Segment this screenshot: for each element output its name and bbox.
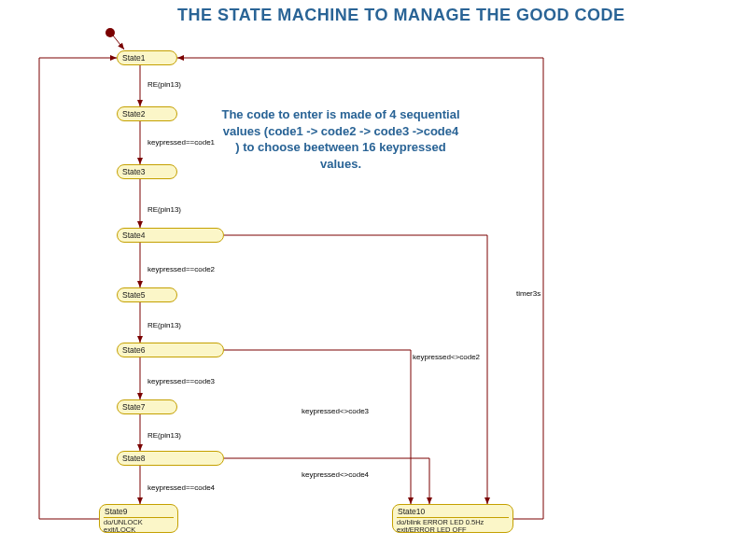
transition-label: RE(pin13)	[147, 80, 181, 89]
state-5: State5	[117, 287, 177, 302]
diagram-title: THE STATE MACHINE TO MANAGE THE GOOD COD…	[177, 6, 625, 25]
state-actions: do/blink ERROR LED 0.5Hz exit/ERROR LED …	[397, 517, 509, 535]
svg-line-0	[113, 35, 124, 49]
state-label: State8	[121, 454, 219, 464]
state-label: State9	[104, 507, 174, 517]
state-8: State8	[117, 451, 224, 466]
diagram-description: The code to enter is made of 4 sequentia…	[219, 106, 462, 172]
state-10: State10 do/blink ERROR LED 0.5Hz exit/ER…	[392, 504, 513, 533]
transition-label: keypressed==code3	[147, 377, 215, 385]
transition-label: keypressed<>code2	[413, 353, 480, 361]
state-label: State5	[121, 290, 173, 301]
state-2: State2	[117, 106, 177, 121]
initial-state-dot	[105, 28, 115, 37]
transition-label: keypressed==code2	[147, 265, 215, 273]
transition-label: keypressed==code1	[147, 138, 215, 147]
state-label: State7	[121, 402, 173, 413]
state-actions: do/UNLOCK exit/LOCK	[104, 517, 174, 535]
transition-label: keypressed<>code4	[302, 470, 369, 479]
transition-label: timer3s	[516, 289, 540, 298]
transition-label: RE(pin13)	[147, 205, 181, 214]
transition-label: RE(pin13)	[147, 321, 181, 329]
state-6: State6	[117, 343, 224, 357]
transition-label: keypressed<>code3	[302, 407, 369, 415]
state-label: State6	[121, 345, 219, 356]
state-label: State2	[121, 109, 173, 119]
state-label: State10	[397, 507, 509, 517]
transition-label: RE(pin13)	[147, 431, 181, 440]
state-3: State3	[117, 164, 177, 179]
state-label: State3	[121, 167, 173, 177]
transition-label: keypressed==code4	[147, 483, 215, 492]
state-label: State1	[121, 53, 173, 63]
state-label: State4	[121, 231, 219, 241]
state-exit-action: exit/ERROR LED OFF	[397, 526, 509, 534]
state-1: State1	[117, 50, 177, 65]
state-7: State7	[117, 399, 177, 414]
state-4: State4	[117, 228, 224, 243]
state-exit-action: exit/LOCK	[104, 526, 174, 534]
state-9: State9 do/UNLOCK exit/LOCK	[99, 504, 178, 533]
